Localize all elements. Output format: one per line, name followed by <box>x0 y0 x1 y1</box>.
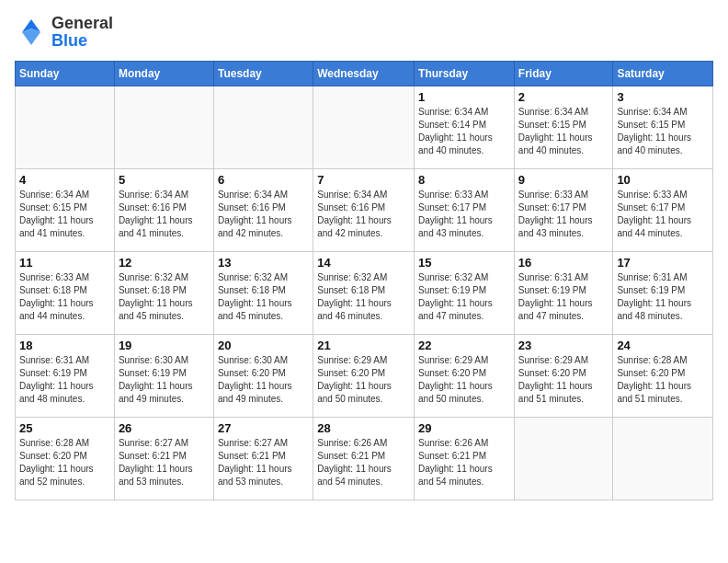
day-number: 18 <box>19 339 110 352</box>
day-number: 15 <box>418 256 510 270</box>
day-info: Sunrise: 6:26 AM Sunset: 6:21 PM Dayligh… <box>418 437 510 488</box>
calendar-cell: 27Sunrise: 6:27 AM Sunset: 6:21 PM Dayli… <box>213 418 313 500</box>
day-of-week-header: Tuesday <box>213 62 313 86</box>
calendar-cell: 18Sunrise: 6:31 AM Sunset: 6:19 PM Dayli… <box>16 335 115 418</box>
day-info: Sunrise: 6:26 AM Sunset: 6:21 PM Dayligh… <box>317 437 410 488</box>
day-info: Sunrise: 6:34 AM Sunset: 6:15 PM Dayligh… <box>518 106 609 157</box>
day-info: Sunrise: 6:33 AM Sunset: 6:18 PM Dayligh… <box>19 271 110 323</box>
day-number: 3 <box>617 90 709 104</box>
calendar-cell: 29Sunrise: 6:26 AM Sunset: 6:21 PM Dayli… <box>415 418 515 500</box>
day-number: 4 <box>19 173 110 187</box>
day-info: Sunrise: 6:28 AM Sunset: 6:20 PM Dayligh… <box>19 437 110 488</box>
week-row: 18Sunrise: 6:31 AM Sunset: 6:19 PM Dayli… <box>16 335 713 418</box>
logo: GeneralBlue <box>15 15 113 50</box>
calendar-cell: 1Sunrise: 6:34 AM Sunset: 6:14 PM Daylig… <box>415 86 515 169</box>
calendar-cell: 12Sunrise: 6:32 AM Sunset: 6:18 PM Dayli… <box>114 252 213 335</box>
day-number: 27 <box>218 421 309 435</box>
day-info: Sunrise: 6:34 AM Sunset: 6:16 PM Dayligh… <box>218 189 309 240</box>
day-info: Sunrise: 6:32 AM Sunset: 6:19 PM Dayligh… <box>418 271 510 323</box>
day-info: Sunrise: 6:30 AM Sunset: 6:19 PM Dayligh… <box>119 354 210 406</box>
day-of-week-header: Saturday <box>613 62 713 86</box>
day-number: 22 <box>418 339 510 352</box>
day-info: Sunrise: 6:30 AM Sunset: 6:20 PM Dayligh… <box>218 354 309 406</box>
calendar-cell <box>16 86 115 169</box>
week-row: 4Sunrise: 6:34 AM Sunset: 6:15 PM Daylig… <box>16 169 713 252</box>
day-info: Sunrise: 6:34 AM Sunset: 6:16 PM Dayligh… <box>317 189 410 240</box>
calendar-cell: 19Sunrise: 6:30 AM Sunset: 6:19 PM Dayli… <box>114 335 213 418</box>
day-info: Sunrise: 6:29 AM Sunset: 6:20 PM Dayligh… <box>317 354 410 406</box>
day-info: Sunrise: 6:31 AM Sunset: 6:19 PM Dayligh… <box>19 354 110 406</box>
day-of-week-header: Monday <box>114 62 213 86</box>
day-info: Sunrise: 6:33 AM Sunset: 6:17 PM Dayligh… <box>518 189 609 240</box>
day-number: 17 <box>617 256 709 270</box>
day-of-week-header: Friday <box>514 62 613 86</box>
calendar-body: 1Sunrise: 6:34 AM Sunset: 6:14 PM Daylig… <box>16 86 713 500</box>
calendar-cell: 10Sunrise: 6:33 AM Sunset: 6:17 PM Dayli… <box>613 169 713 252</box>
calendar-cell: 13Sunrise: 6:32 AM Sunset: 6:18 PM Dayli… <box>213 252 313 335</box>
calendar-cell: 20Sunrise: 6:30 AM Sunset: 6:20 PM Dayli… <box>213 335 313 418</box>
day-number: 5 <box>119 173 210 187</box>
calendar-cell <box>313 86 415 169</box>
day-info: Sunrise: 6:33 AM Sunset: 6:17 PM Dayligh… <box>617 189 709 240</box>
day-info: Sunrise: 6:27 AM Sunset: 6:21 PM Dayligh… <box>119 437 210 488</box>
calendar-cell: 25Sunrise: 6:28 AM Sunset: 6:20 PM Dayli… <box>16 418 115 500</box>
day-info: Sunrise: 6:32 AM Sunset: 6:18 PM Dayligh… <box>218 271 309 323</box>
calendar-cell: 28Sunrise: 6:26 AM Sunset: 6:21 PM Dayli… <box>313 418 415 500</box>
days-of-week-row: SundayMondayTuesdayWednesdayThursdayFrid… <box>16 62 713 86</box>
calendar-cell: 6Sunrise: 6:34 AM Sunset: 6:16 PM Daylig… <box>213 169 313 252</box>
logo-svg <box>15 16 48 49</box>
day-info: Sunrise: 6:29 AM Sunset: 6:20 PM Dayligh… <box>518 354 609 406</box>
day-info: Sunrise: 6:32 AM Sunset: 6:18 PM Dayligh… <box>119 271 210 323</box>
day-number: 13 <box>218 256 309 270</box>
day-of-week-header: Thursday <box>415 62 515 86</box>
calendar-cell: 11Sunrise: 6:33 AM Sunset: 6:18 PM Dayli… <box>16 252 115 335</box>
calendar-cell <box>514 418 613 500</box>
day-number: 1 <box>418 90 510 104</box>
calendar-cell: 2Sunrise: 6:34 AM Sunset: 6:15 PM Daylig… <box>514 86 613 169</box>
day-number: 12 <box>119 256 210 270</box>
calendar-cell <box>213 86 313 169</box>
day-info: Sunrise: 6:27 AM Sunset: 6:21 PM Dayligh… <box>218 437 309 488</box>
calendar-cell: 9Sunrise: 6:33 AM Sunset: 6:17 PM Daylig… <box>514 169 613 252</box>
day-of-week-header: Sunday <box>16 62 115 86</box>
day-info: Sunrise: 6:32 AM Sunset: 6:18 PM Dayligh… <box>317 271 410 323</box>
day-number: 29 <box>418 421 510 435</box>
week-row: 11Sunrise: 6:33 AM Sunset: 6:18 PM Dayli… <box>16 252 713 335</box>
day-info: Sunrise: 6:29 AM Sunset: 6:20 PM Dayligh… <box>418 354 510 406</box>
calendar-cell: 26Sunrise: 6:27 AM Sunset: 6:21 PM Dayli… <box>114 418 213 500</box>
day-number: 16 <box>518 256 609 270</box>
calendar-cell: 15Sunrise: 6:32 AM Sunset: 6:19 PM Dayli… <box>415 252 515 335</box>
day-info: Sunrise: 6:31 AM Sunset: 6:19 PM Dayligh… <box>617 271 709 323</box>
day-number: 7 <box>317 173 410 187</box>
day-number: 23 <box>518 339 609 352</box>
day-info: Sunrise: 6:34 AM Sunset: 6:15 PM Dayligh… <box>19 189 110 240</box>
day-number: 10 <box>617 173 709 187</box>
page-header: GeneralBlue <box>15 15 713 50</box>
day-number: 19 <box>119 339 210 352</box>
day-number: 9 <box>518 173 609 187</box>
calendar-cell: 14Sunrise: 6:32 AM Sunset: 6:18 PM Dayli… <box>313 252 415 335</box>
day-number: 2 <box>518 90 609 104</box>
day-number: 24 <box>617 339 709 352</box>
week-row: 25Sunrise: 6:28 AM Sunset: 6:20 PM Dayli… <box>16 418 713 500</box>
calendar-cell: 17Sunrise: 6:31 AM Sunset: 6:19 PM Dayli… <box>613 252 713 335</box>
day-number: 28 <box>317 421 410 435</box>
calendar-header: SundayMondayTuesdayWednesdayThursdayFrid… <box>16 62 713 86</box>
calendar-cell: 4Sunrise: 6:34 AM Sunset: 6:15 PM Daylig… <box>16 169 115 252</box>
calendar-cell: 5Sunrise: 6:34 AM Sunset: 6:16 PM Daylig… <box>114 169 213 252</box>
calendar-cell <box>114 86 213 169</box>
calendar-cell: 22Sunrise: 6:29 AM Sunset: 6:20 PM Dayli… <box>415 335 515 418</box>
calendar-cell: 16Sunrise: 6:31 AM Sunset: 6:19 PM Dayli… <box>514 252 613 335</box>
calendar-cell: 23Sunrise: 6:29 AM Sunset: 6:20 PM Dayli… <box>514 335 613 418</box>
day-info: Sunrise: 6:34 AM Sunset: 6:14 PM Dayligh… <box>418 106 510 157</box>
calendar-cell <box>613 418 713 500</box>
logo-text: GeneralBlue <box>51 15 113 50</box>
day-number: 25 <box>19 421 110 435</box>
calendar-cell: 21Sunrise: 6:29 AM Sunset: 6:20 PM Dayli… <box>313 335 415 418</box>
week-row: 1Sunrise: 6:34 AM Sunset: 6:14 PM Daylig… <box>16 86 713 169</box>
day-info: Sunrise: 6:33 AM Sunset: 6:17 PM Dayligh… <box>418 189 510 240</box>
day-of-week-header: Wednesday <box>313 62 415 86</box>
day-number: 14 <box>317 256 410 270</box>
day-info: Sunrise: 6:28 AM Sunset: 6:20 PM Dayligh… <box>617 354 709 406</box>
day-number: 21 <box>317 339 410 352</box>
